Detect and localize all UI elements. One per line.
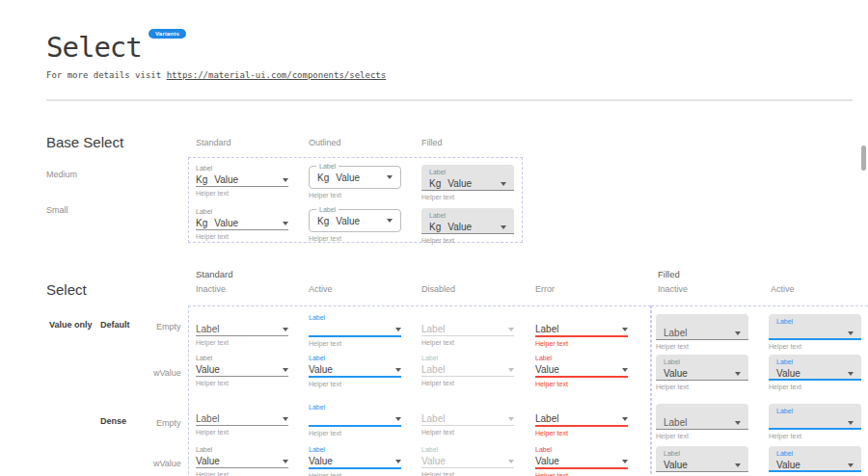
dropdown-arrow-icon	[395, 368, 401, 372]
adornment: Kg	[429, 178, 441, 189]
helper-text: Helper text	[421, 194, 514, 200]
field-value: Value	[776, 368, 800, 379]
field-value: Value	[214, 174, 238, 185]
helper-text: Helper text	[309, 381, 401, 387]
field-label: Label	[776, 317, 854, 327]
underline	[535, 335, 628, 337]
underline	[421, 425, 514, 426]
helper-text: Helper text	[196, 429, 288, 436]
helper-text: Helper text	[535, 430, 628, 436]
dropdown-arrow-icon	[848, 463, 854, 467]
filled-box: Label	[769, 314, 861, 340]
page-title: Select	[46, 31, 142, 64]
dropdown-arrow-icon	[735, 463, 741, 467]
select-filled-active-empty[interactable]: Label Helper text	[769, 314, 861, 350]
row-label-wvalue: wValue	[153, 368, 181, 378]
underline	[196, 425, 288, 426]
link-prefix: For more details visit	[46, 70, 167, 80]
select-standard-error-wvalue[interactable]: Label Value Helper text	[535, 354, 628, 387]
field-value: Value	[448, 178, 472, 189]
select-dense-standard-active-empty[interactable]: Label Helper text	[309, 403, 401, 436]
select-standard-inactive-empty[interactable]: Label Helper text	[196, 313, 288, 346]
select-standard-inactive-wvalue[interactable]: Label Value Helper text	[196, 354, 288, 386]
field-value: Value	[196, 364, 220, 375]
dropdown-arrow-icon	[508, 328, 514, 331]
field-label: Label	[664, 357, 741, 367]
row-label-value-only: Value only	[49, 320, 93, 330]
underline	[421, 335, 514, 336]
base-select-filled-small[interactable]: Label KgValue Helper text	[421, 208, 514, 244]
select-filled-active-wvalue[interactable]: Label Value Helper text	[769, 355, 861, 390]
select-filled-inactive-empty[interactable]: Label Helper text	[656, 314, 748, 350]
helper-text: Helper text	[196, 380, 288, 386]
underline	[309, 467, 401, 469]
select-dense-standard-error-wvalue[interactable]: Label Value Helper text	[535, 445, 628, 476]
select-dense-filled-inactive-empty[interactable]: Label Helper text	[656, 404, 748, 439]
base-select-outlined-medium[interactable]: Label KgValue Helper text	[309, 166, 401, 198]
underline	[196, 186, 288, 187]
dropdown-arrow-icon	[622, 460, 628, 463]
scrollbar-thumb[interactable]	[861, 145, 866, 171]
field-value: Value	[196, 456, 220, 466]
select-dense-standard-error-empty[interactable]: Label Helper text	[535, 403, 628, 436]
select-dense-filled-active-empty[interactable]: Label Helper text	[769, 404, 861, 439]
dropdown-arrow-icon	[395, 460, 401, 463]
helper-text: Helper text	[421, 237, 514, 244]
select-dense-standard-inactive-empty[interactable]: Label Helper text	[196, 403, 288, 436]
material-ui-link[interactable]: https://material-ui.com/components/selec…	[167, 70, 387, 80]
dropdown-arrow-icon	[735, 372, 741, 376]
dropdown-arrow-icon	[395, 328, 401, 331]
underline	[535, 376, 628, 378]
row-label-wvalue-dense: wValue	[153, 459, 181, 468]
field-value: Label	[196, 324, 219, 334]
dropdown-arrow-icon	[735, 421, 741, 425]
field-label: Label	[196, 164, 288, 173]
select-filled-inactive-wvalue[interactable]: Label Value Helper text	[656, 355, 748, 390]
underline	[309, 376, 401, 378]
filled-box: Label Value	[656, 355, 748, 381]
select-standard-active-wvalue[interactable]: Label Value Helper text	[309, 354, 401, 387]
select-standard-error-empty[interactable]: Label Helper text	[535, 313, 628, 347]
helper-text: Helper text	[535, 381, 628, 387]
field-value: Label	[421, 324, 445, 334]
select-dense-filled-active-wvalue[interactable]: Label Value Helper text	[769, 446, 861, 476]
select-standard-active-empty[interactable]: Label Helper text	[309, 313, 401, 347]
base-select-standard-small[interactable]: Label KgValue Helper text	[196, 207, 288, 240]
base-select-filled-medium[interactable]: Label KgValue Helper text	[421, 165, 514, 200]
state-header-active: Active	[309, 284, 333, 294]
design-canvas: Select Variants For more details visit h…	[0, 0, 868, 476]
select-dense-standard-inactive-wvalue[interactable]: Label Value Helper text	[196, 445, 288, 476]
filled-box: Label Value	[656, 446, 748, 472]
field-label: Label	[535, 445, 628, 455]
underline	[421, 376, 514, 377]
field-value: Label	[535, 413, 558, 424]
underline	[196, 467, 288, 468]
state-header-filled-inactive: Inactive	[658, 284, 688, 294]
group-header-standard: Standard	[196, 269, 233, 279]
base-select-standard-medium[interactable]: Label KgValue Helper text	[196, 164, 288, 197]
filled-box: Label	[656, 404, 748, 430]
filled-box: Label	[769, 404, 861, 430]
field-value: Value	[214, 218, 238, 228]
dropdown-arrow-icon	[283, 417, 288, 421]
underline	[309, 425, 401, 427]
underline	[535, 467, 628, 469]
select-dense-standard-active-wvalue[interactable]: Label Value Helper text	[309, 445, 401, 476]
helper-text: Helper text	[656, 343, 748, 350]
dropdown-arrow-icon	[283, 460, 288, 463]
helper-text: Helper text	[421, 471, 514, 476]
select-dense-filled-inactive-wvalue[interactable]: Label Value Helper text	[656, 446, 748, 476]
group-header-filled: Filled	[658, 269, 680, 279]
field-value: Value	[336, 172, 360, 183]
field-value: Label	[421, 364, 445, 375]
dropdown-arrow-icon	[508, 368, 514, 372]
dropdown-arrow-icon	[387, 219, 393, 223]
base-select-outlined-small[interactable]: Label KgValue Helper text	[309, 209, 401, 242]
row-label-default: Default	[100, 320, 130, 330]
field-value: Label	[421, 413, 445, 424]
helper-text: Helper text	[769, 433, 861, 439]
select-standard-disabled-wvalue: Label Label Helper text	[421, 354, 514, 386]
select-dense-standard-disabled-empty: Label Helper text	[421, 403, 514, 436]
helper-text: Helper text	[421, 380, 514, 386]
field-label: Label	[664, 449, 741, 459]
